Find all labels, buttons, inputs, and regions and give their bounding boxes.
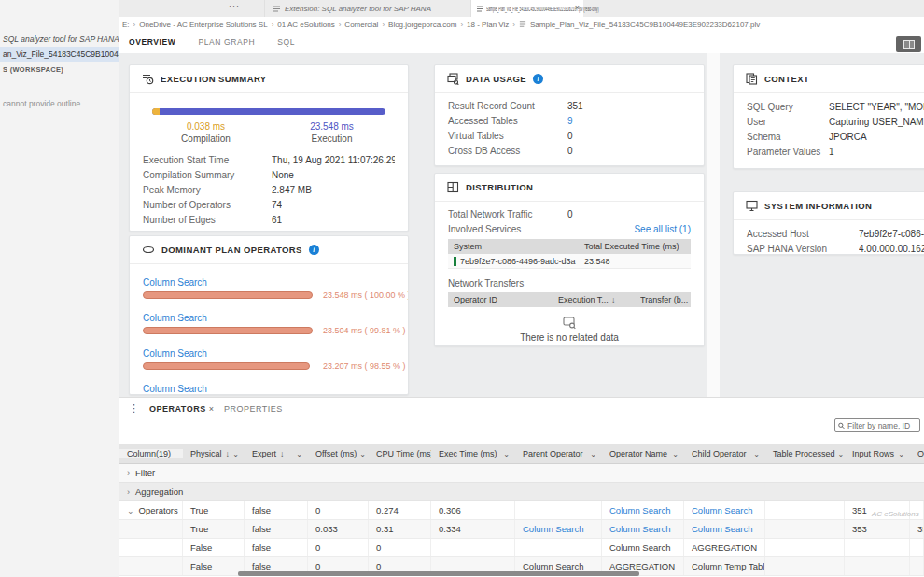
column-header-exec-time[interactable]: Exec Time (ms)⌄ xyxy=(431,449,515,458)
vertical-scrollbar-track[interactable] xyxy=(707,53,720,397)
column-header-parent-operator[interactable]: Parent Operator⌄ xyxy=(515,449,602,458)
breadcrumb-segment[interactable]: Sample_Plan_Viz_File_54183C45C9B100449E3… xyxy=(530,21,760,29)
cell-parent-operator xyxy=(515,501,602,519)
group-row-aggregation[interactable]: › Aggregation xyxy=(119,483,924,501)
breadcrumb-segment[interactable]: OneDrive - AC Enterprise Solutions SL xyxy=(139,21,267,29)
editor-layout-button[interactable] xyxy=(896,36,921,52)
operator-link[interactable]: Column Search xyxy=(143,314,207,323)
open-editor-plv-file[interactable]: an_Viz_File_54183C45C9B10044... xyxy=(0,47,119,62)
info-icon[interactable]: i xyxy=(309,245,319,255)
tab-plv-file[interactable]: Sample_Plan_Viz_File_54183C45C9B100449E3… xyxy=(471,0,583,17)
operator-link[interactable]: Column Search xyxy=(143,278,207,288)
breadcrumb-segment[interactable]: 01 AC eSolutions xyxy=(277,21,334,29)
column-header[interactable]: System xyxy=(448,242,581,251)
chevron-down-icon: ⌄ xyxy=(895,450,904,458)
card-title: DOMINANT PLAN OPERATORS xyxy=(161,245,302,255)
cell-table-processed xyxy=(765,539,845,556)
operators-table: Column(19) Physical↓⌄ Expert↓⌄ Offset (m… xyxy=(119,444,924,576)
user-value: Capturing USER_NAME is disab xyxy=(829,117,924,127)
column-header[interactable]: Operator ID xyxy=(448,295,558,304)
accessed-tables-link[interactable]: 9 xyxy=(567,116,573,126)
tab-sql[interactable]: SQL xyxy=(277,37,295,52)
file-icon xyxy=(476,5,484,13)
close-icon[interactable]: × xyxy=(575,3,580,12)
compilation-label: Compilation xyxy=(143,134,269,144)
dominant-operator-item: Column Search 23.207 ms ( 98.55 % ) xyxy=(143,344,395,371)
filter-field[interactable] xyxy=(834,418,920,432)
table-row[interactable]: False false 0 0 Column Search AGGREGATIO… xyxy=(119,539,924,557)
info-icon[interactable]: i xyxy=(533,74,543,84)
table-row[interactable]: ⌄Operators True false 0 0.274 0.306 Colu… xyxy=(119,501,924,520)
column-header-output-rows[interactable]: Output Rows xyxy=(910,449,924,458)
column-header-operator-name[interactable]: Operator Name⌄ xyxy=(602,449,684,458)
column-header-expert[interactable]: Expert↓⌄ xyxy=(245,449,308,458)
split-editor-icon xyxy=(903,40,915,49)
column-header-table-processed[interactable]: Table Processed⌄ xyxy=(765,449,845,458)
cell-operator-name-link[interactable]: Column Search xyxy=(602,501,684,519)
cell-table-processed xyxy=(765,520,845,538)
editor-area: E: › OneDrive - AC Enterprise Solutions … xyxy=(119,17,924,577)
tab-plan-graph[interactable]: PLAN GRAPH xyxy=(198,37,255,52)
chevron-down-icon: ⌄ xyxy=(669,450,679,458)
column-header-cpu-time[interactable]: CPU Time (ms)⌄ xyxy=(369,449,431,458)
table-row[interactable]: True false 0.033 0.31 0.334 Column Searc… xyxy=(119,520,924,539)
see-all-list-link[interactable]: See all list (1) xyxy=(634,224,691,234)
breadcrumb-separator: › xyxy=(382,21,385,29)
operator-bar xyxy=(143,327,313,334)
editor-tab-bar: ··· Extension: SQL analyzer tool for SAP… xyxy=(0,0,924,17)
tab-properties[interactable]: PROPERTIES xyxy=(224,404,283,414)
tab-overview[interactable]: OVERVIEW xyxy=(129,37,175,52)
cell-input-rows: 353 xyxy=(845,520,910,538)
filter-input[interactable] xyxy=(847,421,917,430)
cell-child-operator-link[interactable]: Column Search xyxy=(684,520,765,538)
column-header-physical[interactable]: Physical↓⌄ xyxy=(183,449,245,458)
close-icon[interactable]: × xyxy=(209,404,215,414)
cell-input-rows xyxy=(845,557,910,575)
breadcrumb-separator: › xyxy=(339,21,342,29)
workspace-section-header[interactable]: S (WORKSPACE) xyxy=(0,62,119,77)
breadcrumb-segment[interactable]: 18 - Plan Viz xyxy=(467,21,509,29)
column-header[interactable]: Execution T...↓ xyxy=(558,295,640,304)
breadcrumb-segment[interactable]: Comercial xyxy=(344,21,378,29)
tab-overflow-icon[interactable]: ··· xyxy=(229,1,240,10)
cell-child-operator-link[interactable]: Column Search xyxy=(684,501,765,519)
breadcrumb-separator: › xyxy=(512,21,515,29)
cell-physical: True xyxy=(183,520,245,538)
service-row[interactable]: 7eb9f2e7-c086-4496-9adc-d3a 23.548 xyxy=(448,254,691,269)
overview-content: EXECUTION SUMMARY 0.038 ms Compilation 2… xyxy=(119,53,924,397)
column-header-child-operator[interactable]: Child Operator⌄ xyxy=(684,449,765,458)
column-header-offset[interactable]: Offset (ms)⌄ xyxy=(308,449,369,458)
kebab-menu-icon[interactable]: ⋮ xyxy=(129,402,139,415)
breadcrumb-segment[interactable]: E: xyxy=(122,21,130,29)
column-header[interactable]: Transfer (b... xyxy=(640,295,691,304)
dominant-operator-item: Column Search 23.548 ms ( 100.00 % ) xyxy=(143,273,395,300)
breadcrumb-segment[interactable]: Blog.jorgeporca.com xyxy=(388,21,456,29)
data-usage-card: DATA USAGE i Result Record Count351 Acce… xyxy=(434,64,705,166)
chevron-right-icon: › xyxy=(127,469,130,478)
card-title: SYSTEM INFORMATION xyxy=(764,201,872,211)
horizontal-scrollbar[interactable] xyxy=(238,571,639,576)
kv-label: Accessed Tables xyxy=(448,116,567,126)
data-usage-icon xyxy=(447,73,459,85)
kv-value: 0 xyxy=(567,146,573,156)
tab-extension[interactable]: Extension: SQL analyzer tool for SAP HAN… xyxy=(264,0,471,17)
kv-label: Virtual Tables xyxy=(448,131,567,141)
monitor-icon xyxy=(746,200,758,212)
cell-output-rows xyxy=(910,501,924,519)
operator-link[interactable]: Column Search xyxy=(143,385,207,394)
cell-parent-operator-link[interactable]: Column Search xyxy=(515,520,602,538)
kv-label: Cross DB Access xyxy=(448,146,567,156)
open-editor-extension[interactable]: SQL analyzer tool for SAP HANA xyxy=(0,32,119,47)
empty-state: There is no related data xyxy=(435,317,704,343)
cell-physical: False xyxy=(183,539,245,556)
column-header-input-rows[interactable]: Input Rows⌄ xyxy=(845,449,910,458)
cell-operator-name-link[interactable]: Column Search xyxy=(602,520,684,538)
chevron-down-icon: ⌄ xyxy=(357,450,366,458)
column-header[interactable]: Total Executed Time (ms) xyxy=(581,242,691,251)
cell-table-processed xyxy=(765,501,845,519)
group-row-filter[interactable]: › Filter xyxy=(119,464,924,483)
chevron-down-icon: ⌄ xyxy=(750,450,760,458)
operator-link[interactable]: Column Search xyxy=(143,349,207,359)
cell-exec-time: 0.334 xyxy=(431,520,515,538)
tab-operators[interactable]: OPERATORS× xyxy=(149,404,214,414)
